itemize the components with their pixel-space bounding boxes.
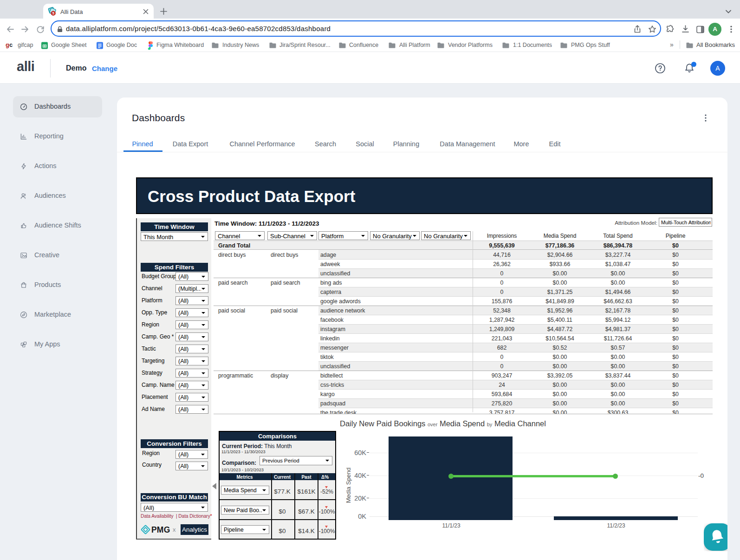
svg-text:5: 5 [52,11,54,15]
